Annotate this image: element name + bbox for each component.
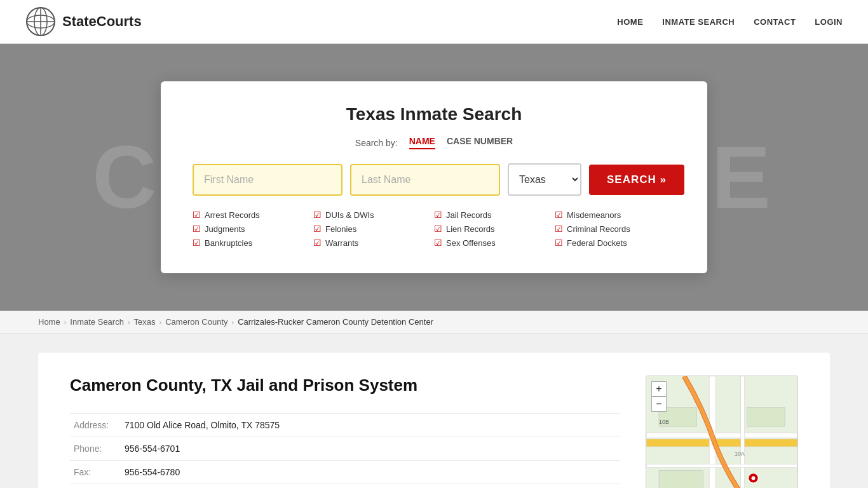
address-label: Address: [70, 414, 121, 437]
map-zoom-in[interactable]: + [651, 381, 667, 396]
breadcrumb-sep-4: › [232, 318, 234, 326]
logo[interactable]: StateCourts [25, 6, 142, 37]
check-bankruptcies: ☑ Bankruptcies [193, 238, 313, 248]
check-icon-bankruptcies: ☑ [193, 238, 201, 248]
check-duis-dwis: ☑ DUIs & DWIs [313, 210, 434, 220]
breadcrumb-sep-2: › [128, 318, 130, 326]
breadcrumb-inmate-search[interactable]: Inmate Search [70, 317, 124, 327]
checkboxes-grid: ☑ Arrest Records ☑ DUIs & DWIs ☑ Jail Re… [193, 210, 675, 248]
phone-label: Phone: [70, 437, 121, 461]
breadcrumb-texas[interactable]: Texas [134, 317, 156, 327]
main-content: Cameron County, TX Jail and Prison Syste… [0, 334, 868, 488]
nav-inmate-search[interactable]: INMATE SEARCH [662, 17, 735, 27]
map-zoom-controls: + − [651, 381, 667, 412]
tab-case-number[interactable]: CASE NUMBER [447, 136, 513, 149]
fax-row: Fax: 956-554-6780 [70, 461, 620, 484]
search-button[interactable]: SEARCH » [589, 165, 684, 195]
address-value: 7100 Old Alice Road, Olmito, TX 78575 [121, 414, 620, 437]
nav-login[interactable]: LOGIN [815, 17, 843, 27]
map-placeholder: + − [646, 376, 797, 488]
content-left: Cameron County, TX Jail and Prison Syste… [70, 376, 620, 488]
fax-label: Fax: [70, 461, 121, 484]
check-icon-misdemeanors: ☑ [555, 210, 563, 220]
check-icon-warrants: ☑ [313, 238, 322, 248]
breadcrumb-current: Carrizales-Rucker Cameron County Detenti… [238, 317, 433, 327]
fax-value: 956-554-6780 [121, 461, 620, 484]
check-icon-sex-offenses: ☑ [434, 238, 442, 248]
svg-rect-6 [646, 433, 797, 438]
state-select[interactable]: Texas Alabama Alaska Arizona California … [508, 163, 581, 196]
svg-text:10A: 10A [735, 451, 745, 457]
breadcrumb-sep-1: › [64, 318, 67, 326]
check-warrants: ☑ Warrants [313, 238, 434, 248]
check-felonies: ☑ Felonies [313, 224, 434, 234]
website-label: Website: [70, 484, 121, 489]
check-icon-lien: ☑ [434, 224, 442, 234]
check-icon-criminal: ☑ [555, 224, 563, 234]
website-value[interactable]: http://www.co.cameron.tx.us/sheriffs/con… [121, 484, 620, 489]
content-right: + − [646, 376, 798, 488]
address-row: Address: 7100 Old Alice Road, Olmito, TX… [70, 414, 620, 437]
check-misdemeanors: ☑ Misdemeanors [555, 210, 675, 220]
check-icon-jail: ☑ [434, 210, 442, 220]
map-container: + − [646, 376, 798, 488]
check-criminal-records: ☑ Criminal Records [555, 224, 675, 234]
search-card: Texas Inmate Search Search by: NAME CASE… [161, 81, 707, 273]
last-name-input[interactable] [350, 164, 500, 196]
check-judgments: ☑ Judgments [193, 224, 313, 234]
breadcrumb: Home › Inmate Search › Texas › Cameron C… [0, 311, 868, 334]
breadcrumb-sep-3: › [159, 318, 162, 326]
svg-text:10B: 10B [659, 419, 669, 425]
check-arrest-records: ☑ Arrest Records [193, 210, 313, 220]
search-by-label: Search by: [355, 138, 398, 148]
check-icon-judgments: ☑ [193, 224, 201, 234]
website-row: Website: http://www.co.cameron.tx.us/she… [70, 484, 620, 489]
tab-name[interactable]: NAME [409, 136, 435, 149]
search-inputs-row: Texas Alabama Alaska Arizona California … [193, 163, 675, 196]
check-icon-felonies: ☑ [313, 224, 322, 234]
map-svg: 10A 10B [646, 376, 797, 488]
main-nav: HOME INMATE SEARCH CONTACT LOGIN [617, 17, 843, 27]
facility-info-table: Address: 7100 Old Alice Road, Olmito, TX… [70, 413, 620, 488]
nav-home[interactable]: HOME [617, 17, 643, 27]
check-icon-federal: ☑ [555, 238, 563, 248]
phone-row: Phone: 956-554-6701 [70, 437, 620, 461]
svg-rect-7 [646, 439, 797, 447]
svg-rect-9 [741, 376, 745, 488]
phone-value: 956-554-6701 [121, 437, 620, 461]
search-card-title: Texas Inmate Search [193, 104, 675, 125]
logo-icon [25, 6, 56, 37]
check-jail-records: ☑ Jail Records [434, 210, 555, 220]
check-lien-records: ☑ Lien Records [434, 224, 555, 234]
content-card: Cameron County, TX Jail and Prison Syste… [38, 353, 830, 488]
check-sex-offenses: ☑ Sex Offenses [434, 238, 555, 248]
map-zoom-out[interactable]: − [651, 396, 667, 412]
breadcrumb-cameron-county[interactable]: Cameron County [165, 317, 227, 327]
svg-point-17 [752, 476, 756, 480]
check-federal-dockets: ☑ Federal Dockets [555, 238, 675, 248]
breadcrumb-home[interactable]: Home [38, 317, 60, 327]
svg-rect-13 [659, 471, 703, 489]
site-header: StateCourts HOME INMATE SEARCH CONTACT L… [0, 0, 868, 44]
svg-rect-12 [747, 408, 785, 427]
check-icon-duis: ☑ [313, 210, 322, 220]
first-name-input[interactable] [193, 164, 342, 196]
facility-title: Cameron County, TX Jail and Prison Syste… [70, 376, 620, 395]
check-icon-arrest: ☑ [193, 210, 201, 220]
hero-section: COURTHOUSE Texas Inmate Search Search by… [0, 44, 868, 311]
logo-label: StateCourts [62, 13, 142, 30]
nav-contact[interactable]: CONTACT [754, 17, 796, 27]
search-by-row: Search by: NAME CASE NUMBER [193, 136, 675, 149]
